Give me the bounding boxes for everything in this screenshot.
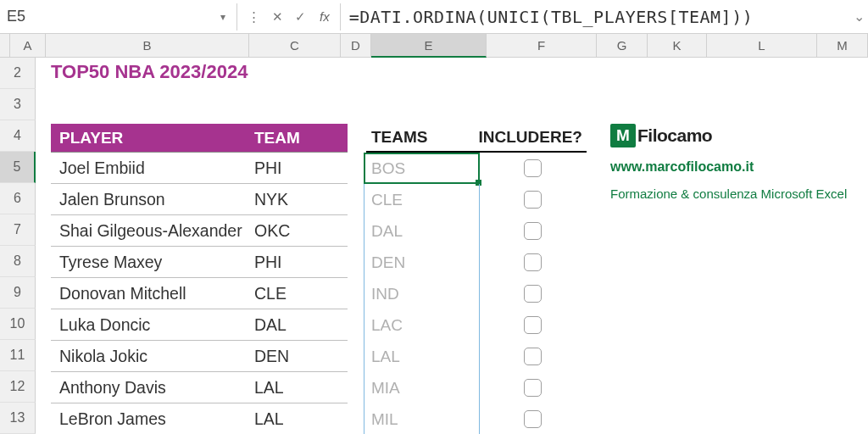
expand-icon[interactable]: ⌄ xyxy=(849,8,868,25)
name-box-input[interactable] xyxy=(7,8,217,25)
name-box[interactable]: ▾ xyxy=(0,3,237,31)
table-row[interactable]: Anthony DavisLAL xyxy=(51,372,348,403)
table-row[interactable]: Tyrese MaxeyPHI xyxy=(51,247,348,278)
row-header-11[interactable]: 11 xyxy=(0,340,36,371)
spreadsheet-grid[interactable]: ABCDEFGKLM 2345678910111213 TOP50 NBA 20… xyxy=(0,34,868,434)
sheet-area[interactable]: TOP50 NBA 2023/2024 PLAYER TEAM Joel Emb… xyxy=(36,58,868,434)
select-all-corner[interactable] xyxy=(0,34,10,58)
col-header-D[interactable]: D xyxy=(341,34,371,58)
confirm-icon[interactable]: ✓ xyxy=(295,9,306,25)
row-header-2[interactable]: 2 xyxy=(0,58,36,89)
list-item[interactable]: LAL xyxy=(366,341,587,372)
row-headers: 2345678910111213 xyxy=(0,58,36,434)
list-item[interactable]: MIL xyxy=(366,403,587,434)
row-header-3[interactable]: 3 xyxy=(0,89,36,120)
row-header-6[interactable]: 6 xyxy=(0,183,36,214)
table-row[interactable]: Donovan MitchellCLE xyxy=(51,278,348,309)
col-header-C[interactable]: C xyxy=(249,34,341,58)
row-header-13[interactable]: 13 xyxy=(0,403,36,434)
checkbox[interactable] xyxy=(524,191,542,209)
brand-tagline: Formazione & consulenza Microsoft Excel xyxy=(610,186,847,201)
brand-url[interactable]: www.marcofilocamo.it xyxy=(610,159,847,175)
table-row[interactable]: Joel EmbiidPHI xyxy=(51,153,348,184)
col-header-A[interactable]: A xyxy=(10,34,46,58)
checkbox[interactable] xyxy=(524,379,542,397)
page-title: TOP50 NBA 2023/2024 xyxy=(51,61,248,83)
row-header-9[interactable]: 9 xyxy=(0,277,36,309)
table-row[interactable]: Nikola JokicDEN xyxy=(51,341,348,372)
cancel-icon[interactable]: ✕ xyxy=(272,9,283,25)
checkbox[interactable] xyxy=(524,410,542,428)
row-header-4[interactable]: 4 xyxy=(0,120,36,152)
row-header-12[interactable]: 12 xyxy=(0,371,36,403)
chevron-down-icon[interactable]: ▾ xyxy=(217,11,230,23)
table-row[interactable]: Jalen BrunsonNYK xyxy=(51,184,348,215)
teams-header: TEAMS INCLUDERE? xyxy=(366,124,587,153)
fx-controls: ⋮ ✕ ✓ fx xyxy=(237,9,340,25)
table-row[interactable]: Shai Gilgeous-AlexanderOKC xyxy=(51,215,348,247)
list-item[interactable]: DEN xyxy=(366,247,587,278)
row-header-10[interactable]: 10 xyxy=(0,309,36,340)
formula-input[interactable]: =DATI.ORDINA(UNICI(TBL_PLAYERS[TEAM])) xyxy=(340,3,849,31)
table-row[interactable]: Luka DoncicDAL xyxy=(51,309,348,341)
checkbox[interactable] xyxy=(524,348,542,365)
col-header-L[interactable]: L xyxy=(707,34,817,58)
logo: M Filocamo xyxy=(610,124,847,147)
col-header-F[interactable]: F xyxy=(487,34,597,58)
col-header-M[interactable]: M xyxy=(817,34,868,58)
checkbox[interactable] xyxy=(524,316,542,334)
teams-table: TEAMS INCLUDERE? BOSCLEDALDENINDLACLALMI… xyxy=(366,124,587,434)
list-item[interactable]: LAC xyxy=(366,309,587,341)
checkbox[interactable] xyxy=(524,253,542,271)
players-table: PLAYER TEAM Joel EmbiidPHIJalen BrunsonN… xyxy=(51,124,348,434)
formula-bar: ▾ ⋮ ✕ ✓ fx =DATI.ORDINA(UNICI(TBL_PLAYER… xyxy=(0,0,868,34)
table-row[interactable]: LeBron JamesLAL xyxy=(51,403,348,434)
checkbox[interactable] xyxy=(524,222,542,240)
checkbox[interactable] xyxy=(524,285,542,303)
column-headers: ABCDEFGKLM xyxy=(0,34,868,58)
brand-block: M Filocamo www.marcofilocamo.it Formazio… xyxy=(610,124,847,201)
row-header-8[interactable]: 8 xyxy=(0,246,36,277)
col-header-K[interactable]: K xyxy=(648,34,707,58)
list-item[interactable]: IND xyxy=(366,278,587,309)
players-header: PLAYER TEAM xyxy=(51,124,348,153)
row-header-5[interactable]: 5 xyxy=(0,152,36,183)
col-header-E[interactable]: E xyxy=(371,34,487,58)
list-item[interactable]: DAL xyxy=(366,215,587,247)
fx-icon[interactable]: fx xyxy=(320,9,330,24)
col-header-G[interactable]: G xyxy=(597,34,648,58)
checkbox[interactable] xyxy=(524,159,542,177)
list-item[interactable]: MIA xyxy=(366,372,587,403)
col-header-B[interactable]: B xyxy=(46,34,249,58)
row-header-7[interactable]: 7 xyxy=(0,214,36,246)
list-item[interactable]: CLE xyxy=(366,184,587,215)
list-item[interactable]: BOS xyxy=(366,153,587,184)
